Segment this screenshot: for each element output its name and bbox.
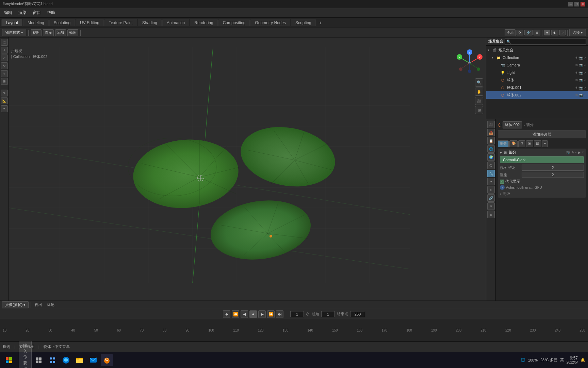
prop-object-name[interactable]: 球体.002 (503, 121, 522, 128)
render-levels-value[interactable]: 2 (522, 172, 584, 178)
select-menu[interactable]: 选择 (43, 29, 54, 36)
play-button[interactable]: ▶ (258, 310, 266, 318)
viewport-shading-rendered[interactable]: ○ (559, 30, 566, 35)
grid-view-tool[interactable]: ⊞ (475, 106, 483, 114)
object-menu[interactable]: 物体 (67, 29, 78, 36)
prop-view-layer-icon[interactable]: 📋 (487, 137, 495, 144)
3d-viewport[interactable]: 户透视 ) Collection | 球体.002 Z X Y (9, 37, 486, 301)
tab-compositing[interactable]: Compositing (218, 19, 250, 26)
mod-tab-color[interactable]: ▣ (526, 140, 533, 147)
menu-help[interactable]: 帮助 (44, 9, 58, 16)
modifier-render-icon[interactable]: ○ (575, 151, 577, 154)
mod-tab-deform[interactable]: 🎨 (509, 140, 518, 147)
outliner-light[interactable]: 💡 Light 👁 📷 ✓ (486, 69, 588, 76)
taskbar-widgets-button[interactable] (46, 354, 59, 366)
prop-world-icon[interactable]: 🌍 (487, 153, 495, 161)
optimize-display-checkbox[interactable]: ✓ (500, 180, 504, 184)
add-tool[interactable]: + (1, 105, 8, 112)
outliner-camera[interactable]: 📷 Camera 👁 📷 ✓ (486, 61, 588, 69)
viewport-levels-value[interactable]: 2 (522, 165, 584, 171)
proportional-edit-button[interactable]: ⊕ (534, 30, 540, 35)
transform-tool[interactable]: ⊞ (1, 78, 8, 85)
select-box-tool[interactable]: ⬚ (1, 39, 8, 46)
modifier-toggle[interactable]: ▾ (500, 150, 502, 155)
camera-view-tool[interactable]: 🎥 (475, 97, 483, 105)
step-forward-button[interactable]: ⏩ (267, 310, 275, 318)
add-workspace-button[interactable]: + (316, 19, 325, 27)
measure-tool[interactable]: 📐 (1, 97, 8, 104)
tab-animation[interactable]: Animation (162, 19, 189, 26)
prop-material-icon[interactable]: ◈ (487, 211, 495, 218)
prop-scene-icon[interactable]: 🌐 (487, 145, 495, 153)
taskbar-explorer-icon[interactable] (74, 354, 86, 366)
timeline-ruler[interactable]: 10 20 30 40 50 60 70 80 90 100 110 120 1… (0, 319, 588, 341)
viewport-shading-solid[interactable]: ● (544, 30, 550, 35)
jump-to-start-button[interactable]: ⏮ (223, 310, 230, 318)
modifier-realtime-icon[interactable]: ▶ (578, 151, 581, 154)
taskbar-clock[interactable]: 9:57 2022/5/ (567, 356, 578, 364)
menu-render[interactable]: 渲染 (16, 9, 29, 16)
mod-tab-normals[interactable]: ♦ (542, 140, 548, 147)
taskbar-network-icon[interactable]: 🌐 (521, 358, 525, 362)
prop-output-icon[interactable]: 📤 (487, 129, 495, 136)
tab-scripting[interactable]: Scripting (291, 19, 316, 26)
navigation-gizmo[interactable]: Z X Y (456, 49, 483, 77)
scale-tool[interactable]: ⤡ (1, 70, 8, 77)
pan-tool[interactable]: ✋ (475, 88, 483, 96)
tab-rendering[interactable]: Rendering (190, 19, 217, 26)
stop-button[interactable]: ● (249, 310, 257, 318)
taskbar-edge-icon[interactable] (60, 354, 72, 366)
taskbar-search-button[interactable]: 在这里输入你要搜索的内容 (19, 354, 31, 366)
outliner-collection[interactable]: ▾ 📁 Collection 👁 📷 ✓ (486, 54, 588, 61)
move-tool[interactable]: ⤢ (1, 55, 8, 61)
maximize-button[interactable]: □ (574, 2, 579, 6)
taskbar-notification-button[interactable]: 🔔 (581, 358, 585, 362)
outliner-sphere-002[interactable]: ⬡ 球体.002 👁 📷 ✓ (486, 91, 588, 99)
outliner-cam-icon[interactable]: 📷 (579, 56, 583, 60)
tab-sculpting[interactable]: Sculpting (49, 19, 75, 26)
timeline-markers-tab[interactable]: 标记 (45, 302, 56, 308)
viewport-shading-material[interactable]: ◐ (551, 30, 558, 35)
outliner-check-icon[interactable]: ✓ (584, 56, 587, 60)
prop-physics-icon[interactable]: ⚛ (487, 186, 495, 194)
tab-layout[interactable]: Layout (1, 19, 22, 26)
minimize-button[interactable]: ─ (568, 2, 573, 6)
prop-object-icon[interactable]: ⬡ (487, 162, 495, 169)
add-modifier-button[interactable]: 添加修改器 (498, 131, 586, 138)
prop-modifier-icon active[interactable]: 🔧 (487, 170, 495, 177)
object-mode-dropdown[interactable]: 物体模式 ▾ (2, 29, 26, 36)
prop-data-icon[interactable]: ▽ (487, 202, 495, 210)
taskbar-mail-icon[interactable] (87, 354, 99, 366)
outliner-search-input[interactable] (505, 39, 586, 45)
outliner-sphere[interactable]: ⬡ 球体 👁 📷 ✓ (486, 76, 588, 84)
prop-constraints-icon[interactable]: 🔗 (487, 194, 495, 202)
modifier-edit-icon[interactable]: ✎ (571, 151, 574, 154)
prop-render-icon[interactable]: 🎥 (487, 121, 495, 128)
cursor-tool[interactable]: ✛ (1, 47, 8, 53)
overlay-options-button[interactable]: 选项 ▾ (569, 29, 586, 36)
timeline-view-tab[interactable]: 视图 (33, 302, 44, 308)
transform-pivot-button[interactable]: ⟳ (517, 30, 523, 35)
timeline-mode-dropdown[interactable]: 摄像(插帧) ▾ (2, 301, 29, 308)
tab-geometry-nodes[interactable]: Geometry Nodes (250, 19, 290, 26)
taskbar-task-view-button[interactable] (33, 354, 45, 366)
snap-button[interactable]: 🔗 (524, 30, 533, 35)
current-frame-input[interactable] (290, 311, 304, 317)
rotate-tool[interactable]: ↻ (1, 62, 8, 69)
start-frame-input[interactable] (321, 311, 335, 317)
tab-shading[interactable]: Shading (138, 19, 162, 26)
outliner-eye-icon[interactable]: 👁 (575, 56, 578, 60)
view-menu[interactable]: 视图 (31, 29, 42, 36)
step-back-button[interactable]: ⏪ (232, 310, 239, 318)
mod-tab-generate[interactable]: 细分 (498, 140, 509, 147)
tab-modeling[interactable]: Modeling (23, 19, 49, 26)
play-reverse-button[interactable]: ◀ (241, 310, 248, 318)
outliner-sphere-001[interactable]: ⬡ 球体.001 👁 📷 ✓ (486, 84, 588, 91)
subdivision-algorithm-dropdown[interactable]: Catmull-Clark (500, 156, 584, 163)
taskbar-blender-icon[interactable] (101, 354, 113, 366)
windows-start-button[interactable] (3, 354, 15, 366)
annotate-tool[interactable]: ✎ (1, 90, 8, 96)
modifier-close-icon[interactable]: × (582, 151, 584, 154)
add-menu[interactable]: 添加 (55, 29, 66, 36)
outliner-scene-collection[interactable]: ▾ 🎬 场景集合 (486, 46, 588, 54)
